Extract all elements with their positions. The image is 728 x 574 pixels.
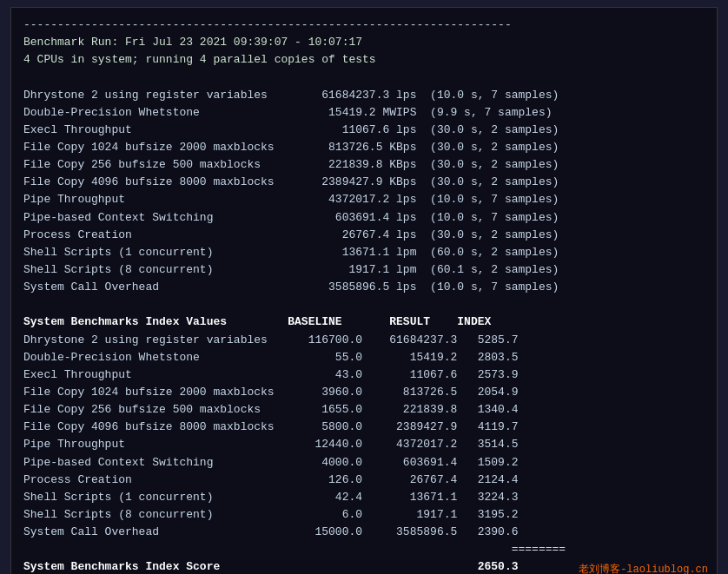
result-row: File Copy 4096 bufsize 8000 maxblocks 23… — [23, 174, 705, 191]
result-row: File Copy 1024 bufsize 2000 maxblocks 81… — [23, 139, 705, 156]
separator-line: ----------------------------------------… — [23, 16, 705, 34]
cpu-info-line: 4 CPUs in system; running 4 parallel cop… — [23, 51, 705, 69]
index-row: Shell Scripts (8 concurrent) 6.0 1917.1 … — [23, 506, 705, 524]
equals-line-container: ======== — [23, 541, 705, 558]
index-container: Dhrystone 2 using register variables 116… — [23, 332, 705, 542]
watermark: 老刘博客-laoliublog.cn — [579, 562, 708, 575]
index-row: Pipe Throughput 12440.0 4372017.2 3514.5 — [23, 436, 705, 453]
index-row: File Copy 256 bufsize 500 maxblocks 1655… — [23, 401, 705, 419]
index-row: Shell Scripts (1 concurrent) 42.4 13671.… — [23, 489, 705, 506]
result-row: Shell Scripts (1 concurrent) 13671.1 lpm… — [23, 244, 705, 261]
result-row: Dhrystone 2 using register variables 616… — [23, 87, 705, 104]
result-row: Process Creation 26767.4 lps (30.0 s, 2 … — [23, 227, 705, 244]
index-row: File Copy 4096 bufsize 8000 maxblocks 58… — [23, 419, 705, 436]
result-row: System Call Overhead 3585896.5 lps (10.0… — [23, 279, 705, 296]
index-header-line: System Benchmarks Index Values BASELINE … — [23, 313, 705, 331]
result-row: Double-Precision Whetstone 15419.2 MWIPS… — [23, 104, 705, 122]
results-container: Dhrystone 2 using register variables 616… — [23, 87, 705, 297]
index-row: Process Creation 126.0 26767.4 2124.4 — [23, 472, 705, 489]
index-row: Execl Throughput 43.0 11067.6 2573.9 — [23, 366, 705, 384]
empty-line-1 — [23, 69, 705, 86]
index-row: Double-Precision Whetstone 55.0 15419.2 … — [23, 349, 705, 366]
index-row: Pipe-based Context Switching 4000.0 6036… — [23, 454, 705, 472]
empty-line-2 — [23, 296, 705, 313]
index-row: Dhrystone 2 using register variables 116… — [23, 332, 705, 349]
result-row: File Copy 256 bufsize 500 maxblocks 2218… — [23, 156, 705, 174]
result-row: Shell Scripts (8 concurrent) 1917.1 lpm … — [23, 261, 705, 279]
result-row: Pipe Throughput 4372017.2 lps (10.0 s, 7… — [23, 191, 705, 208]
result-row: Pipe-based Context Switching 603691.4 lp… — [23, 209, 705, 227]
equals-line: ======== — [23, 541, 705, 558]
result-row: Execl Throughput 11067.6 lps (30.0 s, 2 … — [23, 122, 705, 139]
index-row: File Copy 1024 bufsize 2000 maxblocks 39… — [23, 384, 705, 401]
index-row: System Call Overhead 15000.0 3585896.5 2… — [23, 524, 705, 541]
benchmark-run-line: Benchmark Run: Fri Jul 23 2021 09:39:07 … — [23, 34, 705, 51]
terminal: ----------------------------------------… — [10, 7, 718, 574]
